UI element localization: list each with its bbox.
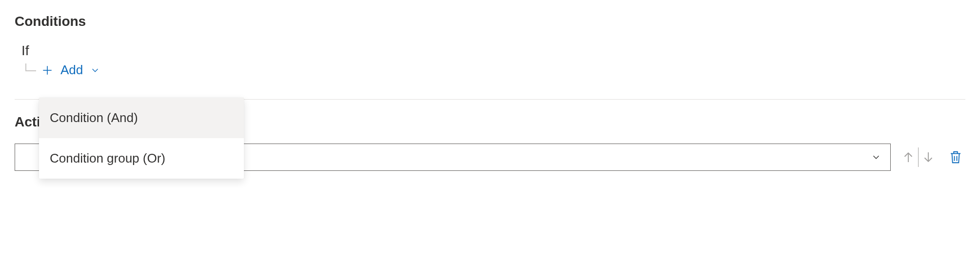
delete-button[interactable] [946, 147, 965, 167]
tree-branch-icon [23, 65, 37, 75]
menu-item-condition-and[interactable]: Condition (And) [39, 98, 244, 138]
conditions-heading: Conditions [15, 14, 965, 29]
conditions-section: Conditions If Add [15, 14, 965, 80]
chevron-down-icon [871, 152, 881, 163]
add-condition-button[interactable]: Add [40, 61, 101, 80]
menu-item-condition-group-or[interactable]: Condition group (Or) [39, 138, 244, 179]
move-down-button[interactable] [919, 147, 938, 167]
plus-icon [41, 64, 54, 77]
move-up-button[interactable] [899, 147, 918, 167]
if-label: If [21, 43, 965, 59]
action-icon-group [899, 147, 938, 167]
add-label: Add [60, 62, 83, 78]
chevron-down-icon [90, 65, 100, 76]
add-condition-dropdown: Condition (And) Condition group (Or) [39, 98, 244, 179]
condition-tree-row: Add [23, 61, 965, 80]
